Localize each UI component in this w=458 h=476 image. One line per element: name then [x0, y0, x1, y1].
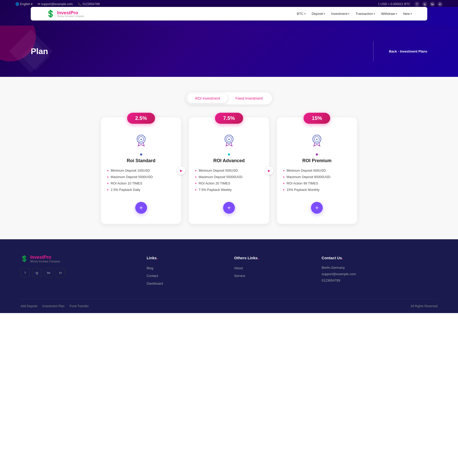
- card-dot-premium: [316, 153, 318, 156]
- twitter-icon[interactable]: tw: [430, 2, 435, 7]
- card-advanced: 7.5% ★ ROI Advanced Minimum Deposit 500U…: [189, 117, 269, 224]
- feature-payback-adv: 7.5% Payback Weekly: [195, 188, 263, 192]
- footer-bottom: Add Deposit Investment Plan Fund Transfe…: [20, 304, 438, 308]
- svg-text:★: ★: [140, 138, 142, 141]
- hero-title: Plan: [31, 47, 358, 56]
- footer-others-col: Others Links About Service: [234, 255, 311, 289]
- footer-fund-transfer[interactable]: Fund Transfer: [69, 304, 89, 308]
- footer-logo: 💲 InvestPro Money Increase Company: [20, 255, 136, 263]
- feature-min-deposit: Minimum Deposit 100USD: [107, 169, 175, 172]
- footer-logo-col: 💲 InvestPro Money Increase Company f ig …: [20, 255, 136, 289]
- feature-min-deposit-adv: Minimum Deposit 500USD: [195, 169, 263, 172]
- footer-grid: 💲 InvestPro Money Increase Company f ig …: [20, 255, 438, 289]
- card-dot-advanced: [228, 153, 230, 156]
- hero-content: Plan Back - Investment Plans: [31, 41, 427, 61]
- logo-icon: 💲: [46, 9, 55, 18]
- card-standard: 2.5% ★ Roi Standard Minimum Deposit 100U…: [101, 117, 181, 224]
- feature-min-deposit-prem: Minimum Deposit 600USD: [283, 169, 351, 172]
- feature-payback-prem: 15% Payback Monthly: [283, 188, 351, 192]
- footer-email: support@example.com: [322, 272, 438, 276]
- feature-payback: 2.5% Payback Daily: [107, 188, 175, 192]
- footer-link-about[interactable]: About: [234, 266, 243, 270]
- tabs-container: ROI Investment Fixed Investment: [20, 92, 438, 105]
- footer-link-blog[interactable]: Blog: [147, 266, 153, 270]
- footer-logo-icon: 💲: [20, 255, 28, 262]
- top-bar-left: 🌐 English ▾ ✉ support@example.com 📞 0123…: [15, 2, 100, 6]
- logo-tagline: Money Increase Company: [57, 15, 84, 17]
- footer-add-deposit[interactable]: Add Deposit: [20, 304, 37, 308]
- card-badge-standard: 2.5%: [127, 113, 155, 124]
- card-plus-advanced[interactable]: +: [223, 202, 235, 214]
- footer-others-title: Others Links: [234, 255, 311, 261]
- footer-link-contact[interactable]: Contact: [147, 274, 158, 278]
- card-title-advanced: ROI Advanced: [213, 158, 245, 163]
- nav-transaction[interactable]: Transaction: [356, 12, 375, 16]
- navbar: 💲 InvestPro Money Increase Company BTC D…: [31, 7, 427, 20]
- tabs: ROI Investment Fixed Investment: [186, 92, 272, 105]
- card-arrow-standard: ▶: [177, 167, 185, 175]
- breadcrumb: Back - Investment Plans: [389, 49, 427, 53]
- hero-divider: [373, 41, 373, 61]
- tab-fixed-investment[interactable]: Fixed Investment: [228, 94, 270, 103]
- footer-address: Berlin,Germany: [322, 266, 438, 270]
- nav-btc[interactable]: BTC: [297, 12, 306, 16]
- cards-grid: 2.5% ★ Roi Standard Minimum Deposit 100U…: [101, 117, 357, 224]
- rate-info: 1 USD = 0.000021 BTC: [378, 2, 410, 6]
- footer-tagline: Money Increase Company: [30, 260, 60, 263]
- feature-roi-action-adv: ROI Action 20 TIMES: [195, 181, 263, 185]
- footer-links-list: Blog Contact Dashboard: [147, 266, 224, 286]
- medal-icon-advanced: ★: [221, 133, 237, 151]
- card-features-premium: Minimum Deposit 600USD Maximum Deposit 8…: [283, 169, 351, 194]
- tab-roi-investment[interactable]: ROI Investment: [188, 94, 228, 103]
- linkedin-icon[interactable]: in: [438, 2, 443, 7]
- nav-deposit[interactable]: Deposit: [312, 12, 325, 16]
- card-badge-premium: 15%: [304, 113, 330, 124]
- footer-instagram[interactable]: ig: [32, 268, 41, 277]
- footer-bottom-links: Add Deposit Investment Plan Fund Transfe…: [20, 304, 89, 308]
- footer-logo-text: InvestPro: [30, 255, 60, 260]
- facebook-icon[interactable]: f: [414, 2, 420, 7]
- nav-new[interactable]: New: [403, 12, 412, 16]
- social-links: f ig tw in: [414, 2, 443, 7]
- feature-roi-action-prem: ROI Action 99 TIMES: [283, 181, 351, 185]
- medal-icon-standard: ★: [133, 133, 149, 151]
- language-selector[interactable]: 🌐 English ▾: [15, 2, 33, 6]
- instagram-icon[interactable]: ig: [422, 2, 427, 7]
- footer-phone: 0123654789: [322, 278, 438, 282]
- footer-divider: [20, 299, 438, 299]
- card-plus-premium[interactable]: +: [311, 202, 323, 214]
- card-features-advanced: Minimum Deposit 500USD Maximum Deposit 5…: [195, 169, 263, 194]
- main-content: ROI Investment Fixed Investment 2.5% ★ R…: [0, 77, 458, 239]
- footer-facebook[interactable]: f: [20, 268, 30, 277]
- email-info: ✉ support@example.com: [38, 2, 73, 6]
- footer: 💲 InvestPro Money Increase Company f ig …: [0, 239, 458, 313]
- medal-icon-premium: ★: [309, 133, 325, 151]
- hero-section: Plan Back - Investment Plans: [0, 26, 458, 77]
- nav-withdraw[interactable]: Withdraw: [381, 12, 397, 16]
- feature-max-deposit-prem: Maximum Deposit 80000USD: [283, 175, 351, 179]
- svg-text:★: ★: [228, 138, 230, 141]
- footer-social: f ig tw in: [20, 268, 136, 277]
- top-bar-right: 1 USD = 0.000021 BTC f ig tw in: [378, 2, 443, 7]
- footer-contact-col: Contact Us Berlin,Germany support@exampl…: [322, 255, 438, 289]
- feature-roi-action: ROI Action 10 TIMES: [107, 181, 175, 185]
- footer-investment-plan[interactable]: Investment Plan: [42, 304, 64, 308]
- card-badge-advanced: 7.5%: [215, 113, 243, 124]
- footer-twitter[interactable]: tw: [44, 268, 53, 277]
- footer-link-dashboard[interactable]: Dashboard: [147, 282, 163, 285]
- card-plus-standard[interactable]: +: [135, 202, 147, 214]
- card-dot-standard: [140, 153, 142, 156]
- footer-contact-title: Contact Us: [322, 255, 438, 261]
- footer-link-service[interactable]: Service: [234, 274, 245, 278]
- phone-info: 📞 0123654789: [78, 2, 100, 6]
- logo: 💲 InvestPro Money Increase Company: [46, 9, 84, 18]
- card-features-standard: Minimum Deposit 100USD Maximum Deposit 5…: [107, 169, 175, 194]
- footer-copyright: All Rights Reserved: [411, 304, 438, 308]
- feature-max-deposit: Maximum Deposit 5000USD: [107, 175, 175, 179]
- svg-text:★: ★: [316, 138, 318, 141]
- footer-links-col: Links Blog Contact Dashboard: [147, 255, 224, 289]
- card-premium: 15% ★ ROI Premium Minimum Deposit 600USD…: [277, 117, 357, 224]
- feature-max-deposit-adv: Maximum Deposit 50000USD: [195, 175, 263, 179]
- nav-investment[interactable]: Investment: [331, 12, 350, 16]
- footer-linkedin[interactable]: in: [56, 268, 65, 277]
